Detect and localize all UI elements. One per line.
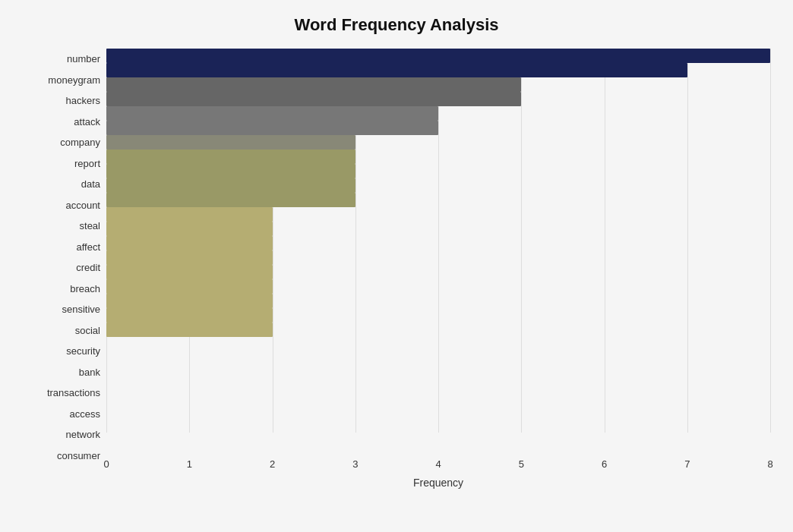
y-label: account [65, 195, 100, 216]
bar-row [106, 236, 770, 250]
bar-row [106, 250, 770, 265]
bar [106, 106, 438, 121]
bar [106, 222, 273, 236]
bar-row [106, 265, 770, 279]
bar-row [106, 222, 770, 236]
y-label: report [74, 153, 100, 174]
bar [106, 193, 355, 207]
y-label: transactions [47, 382, 100, 403]
x-axis-title: Frequency [106, 477, 770, 489]
y-label: data [81, 174, 100, 194]
x-tick-label: 6 [602, 458, 607, 470]
grid-line [770, 49, 771, 433]
bar-row [106, 49, 770, 63]
y-label: breach [70, 279, 100, 299]
y-label: hackers [65, 90, 100, 111]
bars-area: 012345678 Frequency [106, 49, 770, 489]
bar [106, 178, 355, 193]
y-label: credit [76, 257, 100, 278]
bar-row [106, 150, 770, 164]
bar-row [106, 279, 770, 294]
bar-row [106, 207, 770, 222]
bar [106, 294, 273, 308]
x-axis: 012345678 [106, 455, 770, 474]
bar [106, 77, 521, 92]
bar [106, 279, 273, 294]
bar-row [106, 294, 770, 308]
x-tick-label: 5 [519, 458, 524, 470]
bar-row [106, 135, 770, 150]
x-tick-label: 7 [684, 458, 690, 470]
x-tick-label: 0 [103, 458, 109, 470]
y-label: access [70, 404, 100, 424]
bar [106, 92, 521, 106]
y-label: security [66, 341, 100, 361]
chart-title: Word Frequency Analysis [23, 15, 770, 35]
bar [106, 323, 273, 337]
bar [106, 308, 273, 323]
x-tick-label: 8 [767, 458, 772, 470]
x-tick-label: 3 [352, 458, 358, 470]
bar-row [106, 121, 770, 135]
bar [106, 265, 273, 279]
bars-wrapper [106, 49, 770, 337]
bar-row [106, 106, 770, 121]
bar [106, 150, 355, 164]
bar [106, 135, 355, 150]
bar [106, 236, 273, 250]
bar [106, 207, 273, 222]
bar-row [106, 77, 770, 92]
y-label: steal [80, 216, 100, 236]
chart-container: Word Frequency Analysis numbermoneygramh… [0, 0, 793, 532]
bars-and-grid [106, 49, 770, 455]
bar [106, 49, 770, 63]
bar [106, 63, 687, 77]
y-label: attack [74, 112, 100, 132]
y-label: social [75, 320, 100, 341]
y-label: company [60, 132, 100, 153]
bar-row [106, 164, 770, 178]
x-tick-label: 4 [435, 458, 441, 470]
bar [106, 164, 355, 178]
x-tick-label: 2 [270, 458, 275, 470]
y-label: number [67, 49, 100, 69]
y-label: moneygram [48, 70, 100, 90]
bar [106, 121, 438, 135]
bar-row [106, 178, 770, 193]
y-label: consumer [57, 445, 100, 466]
y-axis: numbermoneygramhackersattackcompanyrepor… [23, 49, 106, 489]
bar-row [106, 323, 770, 337]
bar-row [106, 92, 770, 106]
y-label: sensitive [62, 299, 100, 320]
bar-row [106, 63, 770, 77]
bar-row [106, 308, 770, 323]
y-label: affect [76, 237, 100, 257]
bar [106, 250, 273, 265]
x-tick-label: 1 [187, 458, 192, 470]
bar-row [106, 193, 770, 207]
y-label: bank [79, 362, 100, 382]
y-label: network [65, 424, 100, 445]
chart-bottom: 012345678 Frequency [106, 455, 770, 489]
